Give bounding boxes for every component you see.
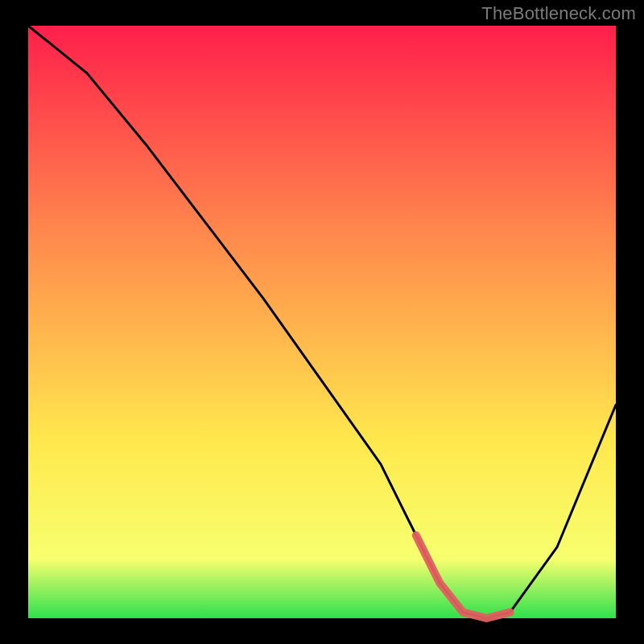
watermark-label: TheBottleneck.com [481, 3, 636, 24]
chart-svg [0, 0, 644, 644]
plot-area [28, 26, 616, 618]
chart-stage: TheBottleneck.com [0, 0, 644, 644]
